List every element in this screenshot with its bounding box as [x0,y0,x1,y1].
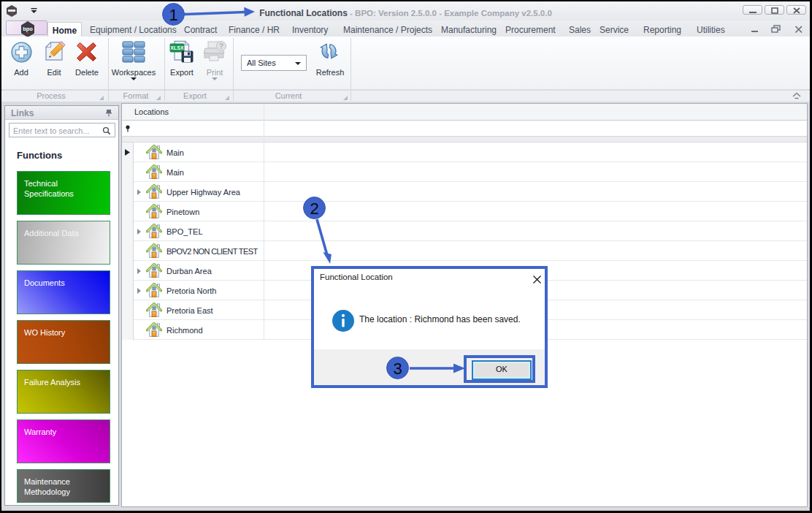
svg-text:?: ? [219,42,223,50]
svg-text:bpo: bpo [23,26,33,32]
svg-text:XLSX: XLSX [170,45,184,50]
